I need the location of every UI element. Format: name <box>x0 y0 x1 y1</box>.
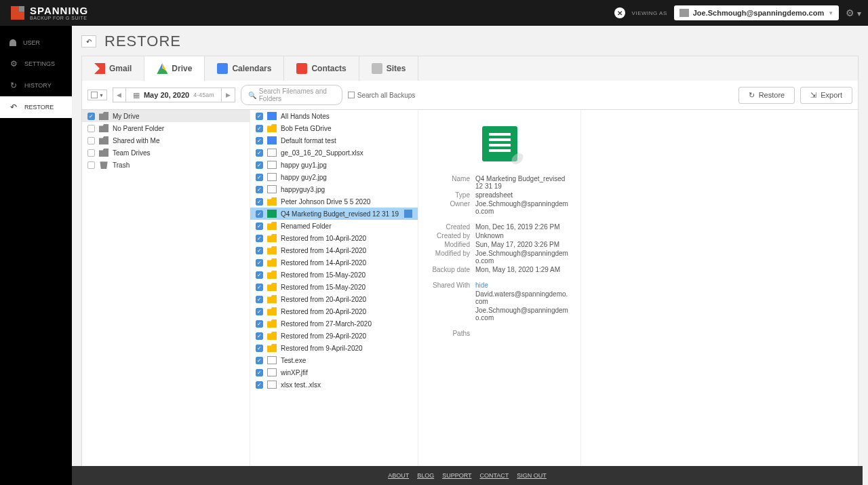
back-button[interactable]: ↶ <box>81 35 96 47</box>
tab-contacts[interactable]: Contacts <box>284 56 359 81</box>
tab-gmail[interactable]: Gmail <box>82 56 144 81</box>
gear-icon[interactable]: ⚙ ▾ <box>846 7 861 18</box>
footer-support[interactable]: SUPPORT <box>442 472 471 479</box>
file-item[interactable]: ge_03_16_20_Support.xlsx <box>250 147 418 159</box>
export-icon: ⇲ <box>810 91 816 100</box>
file-label: All Hands Notes <box>281 113 412 120</box>
search-all-backups-checkbox[interactable]: Search all Backups <box>348 92 416 99</box>
folder-grey-icon <box>99 136 108 144</box>
file-item[interactable]: happy guy2.jpg <box>250 171 418 183</box>
checkbox[interactable] <box>256 174 263 181</box>
file-item[interactable]: Restored from 20-April-2020 <box>250 293 418 305</box>
footer-blog[interactable]: BLOG <box>417 472 434 479</box>
footer-signout[interactable]: SIGN OUT <box>517 472 547 479</box>
select-all-dropdown[interactable]: ▼ <box>87 90 107 100</box>
file-item[interactable]: Bob Feta GDrive <box>250 122 418 134</box>
file-label: Restored from 10-April-2020 <box>281 235 412 242</box>
prev-date-button[interactable]: ◀ <box>113 88 126 102</box>
export-button[interactable]: ⇲ Export <box>800 87 852 104</box>
checkbox[interactable] <box>256 222 263 230</box>
file-item[interactable]: winXP.jfif <box>250 366 418 379</box>
checkbox[interactable] <box>256 113 263 120</box>
file-item[interactable]: Peter Johnson Drive 5 5 2020 <box>250 195 418 208</box>
checkbox[interactable] <box>256 149 263 157</box>
file-item[interactable]: Default format test <box>250 134 418 147</box>
file-item[interactable]: Restored from 29-April-2020 <box>250 330 418 342</box>
details-panel: NameQ4 Marketing Budget_revised 12 31 19… <box>418 110 581 478</box>
file-item[interactable]: happyguy3.jpg <box>250 183 418 195</box>
checkbox[interactable] <box>87 113 95 120</box>
sidebar-item-settings[interactable]: SETTINGS <box>0 53 72 75</box>
tree-item[interactable]: Trash <box>82 159 250 171</box>
meta-value-type: spreadsheet <box>475 191 513 199</box>
checkbox[interactable] <box>256 235 263 242</box>
sidebar-item-history[interactable]: HISTORY <box>0 75 72 96</box>
tree-item[interactable]: My Drive <box>82 110 250 122</box>
tree-item[interactable]: Shared with Me <box>82 134 250 147</box>
checkbox[interactable] <box>256 259 263 267</box>
checkbox[interactable] <box>87 149 95 157</box>
checkbox[interactable] <box>256 247 263 254</box>
checkbox[interactable] <box>87 161 95 169</box>
doc-icon <box>267 112 277 120</box>
toolbar: ▼ ◀ ▦ May 20, 2020 4-45am ▶ 🔍 Search Fil… <box>81 81 859 110</box>
file-item[interactable]: Renamed Folder <box>250 220 418 232</box>
sidebar-item-user[interactable]: USER <box>0 33 72 53</box>
checkbox[interactable] <box>256 332 263 340</box>
checkbox[interactable] <box>256 161 263 169</box>
footer-contact[interactable]: CONTACT <box>480 472 509 479</box>
checkbox[interactable] <box>87 125 95 132</box>
tab-calendars[interactable]: Calendars <box>205 56 284 81</box>
footer-about[interactable]: ABOUT <box>388 472 409 479</box>
folder-grey-icon <box>99 149 108 157</box>
file-item[interactable]: Restored from 27-March-2020 <box>250 317 418 330</box>
checkbox[interactable] <box>256 186 263 193</box>
checkbox[interactable] <box>256 320 263 328</box>
tree-item[interactable]: Team Drives <box>82 147 250 159</box>
meta-label: Modified <box>429 241 470 248</box>
file-item[interactable]: Restored from 20-April-2020 <box>250 305 418 317</box>
restore-button[interactable]: ↻ Restore <box>738 87 795 104</box>
checkbox[interactable] <box>256 125 263 132</box>
close-viewing-as-button[interactable]: ✕ <box>614 7 625 18</box>
checkbox[interactable] <box>256 284 263 291</box>
checkbox[interactable] <box>256 296 263 303</box>
file-item[interactable]: Restored from 14-April-2020 <box>250 256 418 269</box>
checkbox[interactable] <box>256 357 263 364</box>
file-item[interactable]: Q4 Marketing Budget_revised 12 31 19 <box>250 208 418 220</box>
file-item[interactable]: Restored from 15-May-2020 <box>250 269 418 281</box>
tree-label: Trash <box>113 161 244 169</box>
shared-with-user: David.waters@spanningdemo.com <box>475 290 570 305</box>
file-item[interactable]: Test.exe <box>250 354 418 366</box>
hide-link[interactable]: hide <box>475 282 488 289</box>
calendar-icon: ▦ <box>133 91 140 100</box>
sidebar-item-restore[interactable]: RESTORE <box>0 96 72 118</box>
checkbox[interactable] <box>256 308 263 315</box>
date-display[interactable]: ▦ May 20, 2020 4-45am <box>126 88 222 102</box>
tab-drive[interactable]: Drive <box>144 56 205 81</box>
file-item[interactable]: All Hands Notes <box>250 110 418 122</box>
file-item[interactable]: Restored from 10-April-2020 <box>250 232 418 244</box>
checkbox[interactable] <box>256 210 263 218</box>
checkbox[interactable] <box>256 369 263 376</box>
file-item[interactable]: xlsx test..xlsx <box>250 379 418 391</box>
checkbox[interactable] <box>256 137 263 144</box>
tab-sites[interactable]: Sites <box>359 56 419 81</box>
search-placeholder: Search Filenames and Folders <box>259 88 335 102</box>
meta-value-owner: Joe.Schmough@spanningdemo.com <box>475 200 570 215</box>
checkbox[interactable] <box>256 271 263 279</box>
file-item[interactable]: Restored from 15-May-2020 <box>250 281 418 293</box>
checkbox[interactable] <box>256 381 263 389</box>
checkbox[interactable] <box>256 345 263 352</box>
checkbox[interactable] <box>87 137 95 144</box>
next-date-button[interactable]: ▶ <box>222 88 235 102</box>
file-label: Test.exe <box>281 357 412 364</box>
drive-icon <box>157 63 167 74</box>
user-selector[interactable]: Joe.Schmough@spanningdemo.com ▼ <box>674 5 839 20</box>
file-item[interactable]: Restored from 14-April-2020 <box>250 244 418 256</box>
search-input[interactable]: 🔍 Search Filenames and Folders <box>241 85 342 105</box>
checkbox[interactable] <box>256 198 263 206</box>
tree-item[interactable]: No Parent Folder <box>82 122 250 134</box>
file-item[interactable]: happy guy1.jpg <box>250 159 418 171</box>
file-item[interactable]: Restored from 9-April-2020 <box>250 342 418 354</box>
